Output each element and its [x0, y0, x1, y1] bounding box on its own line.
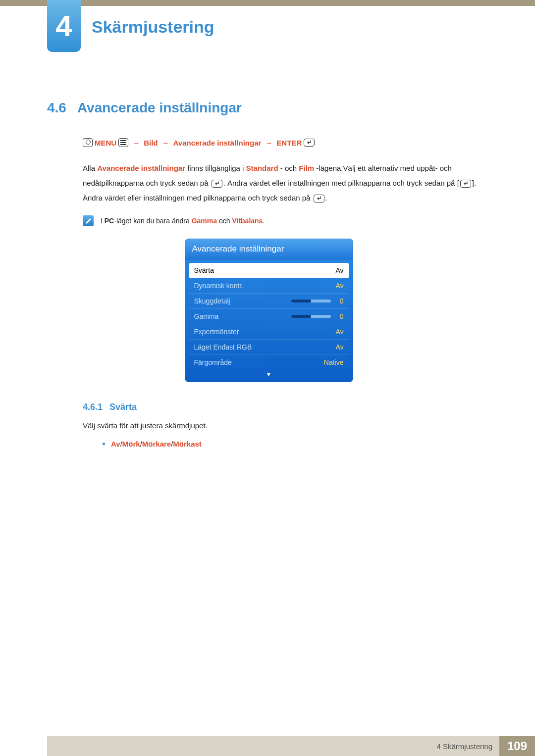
subsection-title: Svärta [109, 402, 137, 412]
text: -läget kan du bara ändra [114, 217, 191, 225]
nav-p2: Avancerade inställningar [173, 139, 262, 147]
menu-item-value: Av [335, 282, 343, 290]
menu-item[interactable]: Dynamisk kontr.Av [189, 278, 349, 294]
settings-menu-panel: Avancerade inställningar SvärtaAvDynamis… [185, 239, 353, 382]
text: . Ändra värdet eller inställningen med p… [223, 179, 459, 187]
highlight: Standard [246, 164, 278, 172]
remote-icon [83, 138, 93, 147]
navigation-path: MENU → Bild → Avancerade inställningar →… [83, 138, 490, 147]
subsection-heading: 4.6.1 Svärta [83, 402, 490, 412]
section-number: 4.6 [47, 100, 66, 116]
menu-item-label: Svärta [194, 266, 214, 274]
chapter-title: Skärmjustering [92, 17, 214, 37]
highlight: Vitbalans [232, 217, 263, 225]
content: 4.6 Avancerade inställningar MENU → Bild… [0, 6, 535, 448]
arrow-icon: → [265, 139, 272, 147]
option: Mörkare [142, 440, 171, 448]
menu-item-label: Expertmönster [194, 328, 239, 336]
enter-icon [304, 139, 315, 147]
option-text: Av/Mörk/Mörkare/Mörkast [111, 440, 202, 448]
menu-item[interactable]: SvärtaAv [189, 263, 349, 278]
menu-item[interactable]: Skuggdetalj0 [189, 294, 349, 309]
menu-item-value: Av [335, 266, 343, 274]
page: 4 Skärmjustering 4.6 Avancerade inställn… [0, 0, 535, 756]
menu-item[interactable]: Läget Endast RGBAv [189, 340, 349, 355]
section-title: Avancerade inställningar [77, 100, 242, 116]
option: Mörkast [173, 440, 202, 448]
highlight: Avancerade inställningar [97, 164, 185, 172]
subsection-number: 4.6.1 [83, 402, 103, 412]
slider-value: 0 [335, 297, 344, 305]
text: finns tillgängliga i [185, 164, 246, 172]
paragraph-1: Alla Avancerade inställningar finns till… [83, 161, 490, 205]
menu-item-label: Gamma [194, 312, 219, 320]
chapter-badge: 4 [47, 0, 81, 52]
highlight: Gamma [192, 217, 217, 225]
bullet-icon [103, 443, 105, 445]
option: Mörk [122, 440, 140, 448]
text: Alla [83, 164, 97, 172]
arrow-icon: → [132, 139, 140, 147]
option-list: Av/Mörk/Mörkare/Mörkast [103, 440, 490, 448]
nav-p1: Bild [144, 139, 158, 147]
menu-item-label: Skuggdetalj [194, 297, 230, 305]
arrow-icon: → [162, 139, 169, 147]
subsection-body: Välj svärta för att justera skärmdjupet. [83, 421, 490, 430]
menu-list: SvärtaAvDynamisk kontr.AvSkuggdetalj0Gam… [185, 260, 353, 370]
menu-item[interactable]: FärgområdeNative [189, 355, 349, 370]
menu-item-label: Läget Endast RGB [194, 343, 252, 351]
menu-item-value: Native [324, 358, 344, 366]
note-text: I PC-läget kan du bara ändra Gamma och V… [101, 215, 265, 226]
slider-value: 0 [335, 312, 344, 320]
text: . [263, 217, 265, 225]
nav-menu-label: MENU [95, 139, 116, 147]
note: I PC-läget kan du bara ändra Gamma och V… [83, 215, 490, 226]
option: Av [111, 440, 120, 448]
footer-page-number: 109 [499, 736, 535, 756]
menu-item[interactable]: ExpertmönsterAv [189, 324, 349, 340]
slider[interactable]: 0 [291, 297, 344, 305]
highlight: Film [299, 164, 314, 172]
enter-icon [212, 180, 222, 188]
nav-enter-label: ENTER [276, 139, 302, 147]
menu-item-label: Färgområde [194, 358, 232, 366]
section-heading: 4.6 Avancerade inställningar [47, 100, 490, 116]
text: och [217, 217, 232, 225]
enter-icon [314, 195, 324, 202]
menu-title: Avancerade inställningar [185, 239, 353, 260]
slider[interactable]: 0 [291, 312, 344, 320]
menu-bars-icon [118, 138, 128, 147]
scroll-down-icon[interactable]: ▼ [185, 370, 353, 380]
menu-item[interactable]: Gamma0 [189, 309, 349, 324]
bold: PC [105, 217, 114, 225]
text: I [101, 217, 105, 225]
enter-icon [460, 180, 471, 188]
menu-item-label: Dynamisk kontr. [194, 282, 244, 290]
text: . [325, 194, 327, 202]
text: - och [278, 164, 299, 172]
menu-item-value: Av [335, 328, 343, 336]
footer: 4 Skärmjustering 109 [0, 736, 535, 756]
note-icon [83, 215, 94, 226]
footer-label: 4 Skärmjustering [47, 736, 499, 756]
menu-item-value: Av [335, 343, 343, 351]
